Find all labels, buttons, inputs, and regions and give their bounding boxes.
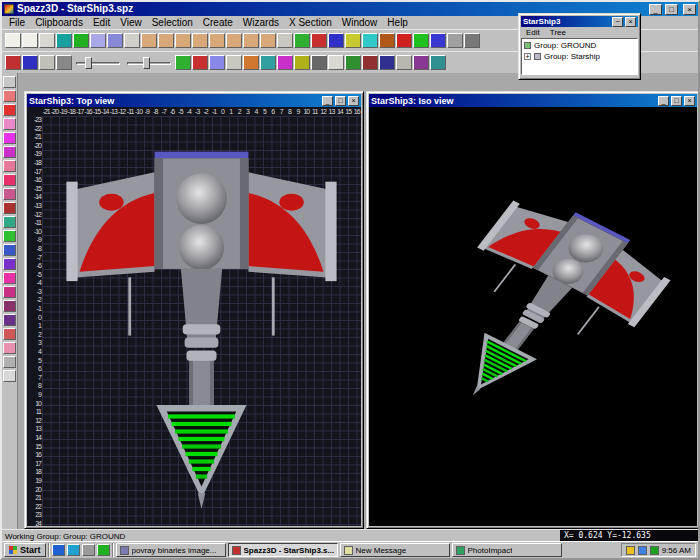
toolbar-icon-3[interactable] (209, 55, 225, 70)
toolbar-icon-20[interactable] (3, 342, 16, 354)
toolbar-icon-7[interactable] (277, 55, 293, 70)
toolbar-icon-6[interactable] (90, 33, 106, 48)
expand-icon[interactable]: + (524, 53, 531, 60)
toolbar-icon-22[interactable] (3, 370, 16, 382)
toolbar-icon-3[interactable] (39, 33, 55, 48)
toolbar-icon-4[interactable] (97, 544, 110, 556)
toolbar-icon-3[interactable] (39, 55, 55, 70)
toolbar-icon-12[interactable] (3, 230, 16, 242)
toolbar-icon-11[interactable] (175, 33, 191, 48)
top-view-window[interactable]: StarShip3: Top view _ □ × -21-20-19-18-1… (24, 91, 364, 529)
close-icon[interactable]: × (348, 96, 359, 106)
iso-view-canvas[interactable] (369, 107, 697, 526)
minimize-icon[interactable]: _ (649, 4, 662, 15)
maximize-icon[interactable]: □ (335, 96, 346, 106)
toolbar-icon-13[interactable] (379, 55, 395, 70)
taskbar-task-2[interactable]: Spazz3D - StarShip3.s... (228, 543, 338, 557)
toolbar-icon-9[interactable] (311, 55, 327, 70)
toolbar-icon-1[interactable] (175, 55, 191, 70)
minimize-icon[interactable]: _ (658, 96, 669, 106)
taskbar-task-1[interactable]: povray binaries image... (116, 543, 226, 557)
toolbar-icon-2[interactable] (22, 33, 38, 48)
toolbar-icon-16[interactable] (430, 55, 446, 70)
toolbar-icon-22[interactable] (362, 33, 378, 48)
toolbar-icon-4[interactable] (56, 33, 72, 48)
toolbar-icon-14[interactable] (3, 258, 16, 270)
toolbar-icon-1[interactable] (52, 544, 65, 556)
menu-window[interactable]: Window (337, 16, 383, 29)
toolbar-icon-13[interactable] (209, 33, 225, 48)
tree-item-ground[interactable]: Group: GROUND (524, 40, 635, 51)
toolbar-icon-4[interactable] (3, 118, 16, 130)
toolbar-icon-2[interactable] (3, 90, 16, 102)
toolbar-icon-1[interactable] (5, 55, 21, 70)
tray-icon-1[interactable] (626, 546, 635, 555)
toolbar-icon-17[interactable] (277, 33, 293, 48)
toolbar-icon-16[interactable] (260, 33, 276, 48)
menu-edit[interactable]: Edit (88, 16, 115, 29)
toolbar-icon-3[interactable] (82, 544, 95, 556)
start-button[interactable]: Start (4, 543, 46, 557)
toolbar-icon-9[interactable] (3, 188, 16, 200)
toolbar-icon-27[interactable] (447, 33, 463, 48)
top-view-canvas[interactable] (42, 116, 361, 526)
toolbar-icon-15[interactable] (413, 55, 429, 70)
toolbar-icon-14[interactable] (226, 33, 242, 48)
toolbar-icon-10[interactable] (3, 202, 16, 214)
toolbar-icon-12[interactable] (192, 33, 208, 48)
menu-x-section[interactable]: X Section (284, 16, 337, 29)
slider-thumb[interactable] (85, 57, 92, 69)
toolbar-slider-2[interactable] (127, 56, 171, 70)
toolbar-icon-5[interactable] (3, 132, 16, 144)
toolbar-icon-8[interactable] (124, 33, 140, 48)
toolbar-icon-15[interactable] (243, 33, 259, 48)
toolbar-icon-11[interactable] (345, 55, 361, 70)
palette-title-bar[interactable]: StarShip3 − × (521, 16, 638, 27)
maximize-icon[interactable]: □ (671, 96, 682, 106)
toolbar-icon-5[interactable] (73, 33, 89, 48)
toolbar-icon-21[interactable] (3, 356, 16, 368)
toolbar-icon-20[interactable] (328, 33, 344, 48)
iso-view-window[interactable]: StarShip3: Iso view _ □ × (366, 91, 698, 529)
taskbar-task-3[interactable]: New Message (340, 543, 450, 557)
menu-help[interactable]: Help (382, 16, 413, 29)
minimize-icon[interactable]: _ (322, 96, 333, 106)
toolbar-icon-8[interactable] (294, 55, 310, 70)
palette-menu-tree[interactable]: Tree (545, 28, 571, 37)
toolbar-icon-6[interactable] (260, 55, 276, 70)
toolbar-icon-16[interactable] (3, 286, 16, 298)
toolbar-icon-28[interactable] (464, 33, 480, 48)
toolbar-icon-26[interactable] (430, 33, 446, 48)
toolbar-icon-1[interactable] (3, 76, 16, 88)
toolbar-icon-19[interactable] (3, 328, 16, 340)
minimize-icon[interactable]: − (612, 17, 623, 27)
menu-clipboards[interactable]: Clipboards (30, 16, 88, 29)
toolbar-icon-18[interactable] (3, 314, 16, 326)
toolbar-icon-15[interactable] (3, 272, 16, 284)
top-view-title-bar[interactable]: StarShip3: Top view _ □ × (27, 94, 361, 107)
toolbar-icon-11[interactable] (3, 216, 16, 228)
menu-wizards[interactable]: Wizards (238, 16, 284, 29)
close-icon[interactable]: × (684, 96, 695, 106)
palette-menu-edit[interactable]: Edit (521, 28, 545, 37)
toolbar-icon-10[interactable] (158, 33, 174, 48)
toolbar-icon-12[interactable] (362, 55, 378, 70)
toolbar-icon-8[interactable] (3, 174, 16, 186)
toolbar-icon-24[interactable] (396, 33, 412, 48)
toolbar-icon-2[interactable] (67, 544, 80, 556)
toolbar-icon-4[interactable] (226, 55, 242, 70)
toolbar-icon-5[interactable] (243, 55, 259, 70)
toolbar-icon-21[interactable] (345, 33, 361, 48)
toolbar-icon-1[interactable] (5, 33, 21, 48)
toolbar-icon-17[interactable] (3, 300, 16, 312)
toolbar-icon-3[interactable] (3, 104, 16, 116)
maximize-icon[interactable]: □ (665, 4, 678, 15)
toolbar-icon-10[interactable] (328, 55, 344, 70)
toolbar-icon-25[interactable] (413, 33, 429, 48)
toolbar-icon-2[interactable] (22, 55, 38, 70)
toolbar-icon-14[interactable] (396, 55, 412, 70)
toolbar-icon-13[interactable] (3, 244, 16, 256)
menu-selection[interactable]: Selection (147, 16, 198, 29)
scene-tree-palette[interactable]: StarShip3 − × Edit Tree Group: GROUND + … (518, 13, 641, 80)
toolbar-icon-7[interactable] (107, 33, 123, 48)
